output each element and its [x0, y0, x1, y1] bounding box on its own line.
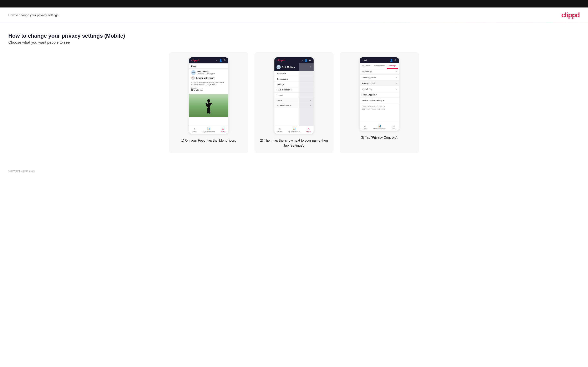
settings-item-myaccount[interactable]: My Account ›	[360, 69, 399, 75]
bottomnav-home-1[interactable]: ⌂ Home	[192, 127, 197, 133]
settings-item-privacy-label: Privacy Controls	[362, 82, 376, 84]
copyright-text: Copyright Clippd 2022	[8, 169, 35, 172]
phone-bottomnav-3: ⌂ Home 📊 My Performance ☰ Menu	[360, 123, 399, 131]
bottomnav-close[interactable]: ✕ Menu	[306, 127, 311, 133]
settings-icon[interactable]: ⚙	[223, 59, 226, 62]
bottomnav-home-3[interactable]: ⌂ Home	[363, 124, 367, 130]
back-button[interactable]: ‹ Back	[362, 59, 367, 61]
chevron-down-icon: ∨	[310, 99, 311, 101]
menu-item-settings-label: Settings	[277, 83, 284, 85]
top-bar	[0, 0, 588, 8]
settings-item-privacy[interactable]: Privacy Controls ›	[360, 81, 399, 86]
bottomnav-performance-3[interactable]: 📊 My Performance	[373, 124, 386, 130]
phone-logo-1: clippd	[191, 59, 199, 62]
settings-icon-3[interactable]: ⚙	[394, 59, 397, 62]
bottomnav-home-label-2: Home	[277, 131, 282, 133]
phone-mockup-2: clippd ⌕ 👤 ⚙ BM Blair McHarg	[274, 57, 314, 134]
phone-logo-2: clippd	[277, 59, 285, 62]
bottomnav-performance-2[interactable]: 📊 My Performance	[288, 127, 300, 133]
chevron-right-icon: ›	[396, 70, 397, 73]
bottomnav-menu-label: Menu	[221, 131, 225, 133]
menu-section-performance[interactable]: My Performance ∨	[274, 103, 314, 108]
step-2-text: 2) Then, tap the arrow next to your name…	[259, 138, 329, 148]
tab-myprofile[interactable]: My Profile	[360, 63, 372, 69]
settings-item-helpsupport-label: Help & Support ↗	[362, 94, 377, 96]
tab-connections[interactable]: Connections	[372, 63, 387, 69]
search-icon[interactable]: ⌕	[215, 59, 218, 62]
menu-item-connections[interactable]: Connections	[274, 76, 314, 82]
main-content: How to change your privacy settings (Mob…	[0, 28, 588, 166]
bottomnav-home-2[interactable]: ⌂ Home	[277, 127, 282, 133]
settings-item-dataint[interactable]: Data Integrations ›	[360, 75, 399, 81]
close-icon: ✕	[307, 127, 310, 130]
phone-mockup-1: clippd ⌕ 👤 ⚙ Feed BM Blair McHarg	[189, 57, 228, 134]
menu-icon: ☰	[222, 127, 224, 130]
settings-tabs: My Profile Connections Settings	[360, 63, 399, 69]
person-icon[interactable]: 👤	[219, 59, 222, 62]
feed-duration-val: 01 hr : 30 min	[191, 89, 226, 91]
feed-lesson-title: Lesson with Fordy	[196, 77, 215, 79]
performance-icon: 📊	[207, 127, 210, 130]
menu-item-logout-label: Logout	[277, 94, 283, 96]
menu-user-left: BM Blair McHarg	[277, 65, 295, 69]
feed-lesson-desc: Looking to feel like my hands are exitin…	[191, 82, 226, 86]
step-1-card: clippd ⌕ 👤 ⚙ Feed BM Blair McHarg	[169, 52, 248, 153]
menu-item-myprofile[interactable]: My Profile	[274, 71, 314, 76]
phone-topbar-2: clippd ⌕ 👤 ⚙	[274, 57, 314, 63]
cards-row: clippd ⌕ 👤 ⚙ Feed BM Blair McHarg	[8, 52, 580, 153]
feed-author-info: Blair McHarg Yesterday · Sunningdale	[197, 71, 215, 75]
phone-bottomnav-1: ⌂ Home 📊 My Performance ☰ Menu	[189, 126, 228, 134]
menu-section-home[interactable]: Home ∨	[274, 98, 314, 103]
page-heading: How to change your privacy settings (Mob…	[8, 33, 580, 39]
bottomnav-home-label: Home	[192, 131, 197, 133]
menu-item-helpsupport-label: Help & Support ↗	[277, 89, 293, 91]
header-title: How to change your privacy settings	[8, 13, 59, 17]
home-icon-3: ⌂	[364, 124, 366, 127]
footer: Copyright Clippd 2022	[0, 166, 588, 176]
settings-item-helpsupport[interactable]: Help & Support ↗	[360, 92, 399, 98]
chevron-right-icon-3: ›	[396, 82, 397, 84]
settings-icon-2[interactable]: ⚙	[309, 59, 311, 62]
feed-author-sub: Yesterday · Sunningdale	[197, 73, 215, 75]
chevron-right-icon-4: ›	[396, 88, 397, 90]
menu-item-helpsupport[interactable]: Help & Support ↗	[274, 87, 314, 92]
settings-item-serviceprivacy-label: Service & Privacy Policy ↗	[362, 99, 384, 101]
feed-author-row: BM Blair McHarg Yesterday · Sunningdale	[191, 70, 226, 75]
step-1-text: 1) On your Feed, tap the 'Menu' icon.	[181, 138, 236, 143]
feed-post: BM Blair McHarg Yesterday · Sunningdale …	[189, 69, 228, 94]
settings-version: Clippd Client Version: 2022.8.3-3GQL Ser…	[360, 103, 399, 112]
bottomnav-menu-1[interactable]: ☰ Menu	[221, 127, 225, 133]
person-icon-3[interactable]: 👤	[390, 59, 393, 62]
lesson-icon: 🏌	[191, 76, 195, 80]
tab-settings[interactable]: Settings	[387, 63, 398, 69]
menu-item-logout[interactable]: Logout	[274, 92, 314, 98]
menu-item-settings[interactable]: Settings	[274, 82, 314, 87]
settings-item-dataint-label: Data Integrations	[362, 76, 376, 79]
svg-point-0	[207, 99, 210, 102]
bottomnav-perf-label-3: My Performance	[373, 128, 386, 130]
person-icon-2[interactable]: 👤	[305, 59, 308, 62]
chevron-down-icon-2: ∨	[310, 104, 311, 107]
step-3-card: ‹ Back ⌕ 👤 ⚙ My Profile Connections Sett…	[340, 52, 419, 153]
search-icon-2[interactable]: ⌕	[301, 59, 303, 62]
bottomnav-menu-label-3: Menu	[392, 128, 396, 130]
settings-item-myaccount-label: My Account	[362, 71, 372, 73]
menu-user-name: Blair McHarg	[282, 66, 295, 68]
chevron-up-icon: ∧	[310, 66, 311, 69]
menu-item-myprofile-label: My Profile	[277, 72, 286, 75]
step-2-card: clippd ⌕ 👤 ⚙ BM Blair McHarg	[254, 52, 334, 153]
bottomnav-performance-1[interactable]: 📊 My Performance	[203, 127, 215, 133]
performance-icon-2: 📊	[293, 127, 296, 130]
menu-item-connections-label: Connections	[277, 78, 288, 80]
feed-golf-image	[189, 94, 228, 117]
search-icon-3[interactable]: ⌕	[386, 59, 389, 62]
settings-item-golfbag-label: My Golf Bag	[362, 88, 372, 90]
chevron-right-icon-2: ›	[396, 76, 397, 79]
menu-user-row[interactable]: BM Blair McHarg ∧	[274, 63, 314, 71]
phone-body-1: Feed BM Blair McHarg Yesterday · Sunning…	[189, 63, 228, 126]
phone-body-3: My Account › Data Integrations › Privacy…	[360, 69, 399, 123]
bottomnav-menu-3[interactable]: ☰ Menu	[392, 124, 396, 130]
settings-item-golfbag[interactable]: My Golf Bag ›	[360, 86, 399, 92]
settings-item-serviceprivacy[interactable]: Service & Privacy Policy ↗	[360, 98, 399, 103]
golfer-svg	[202, 99, 215, 117]
